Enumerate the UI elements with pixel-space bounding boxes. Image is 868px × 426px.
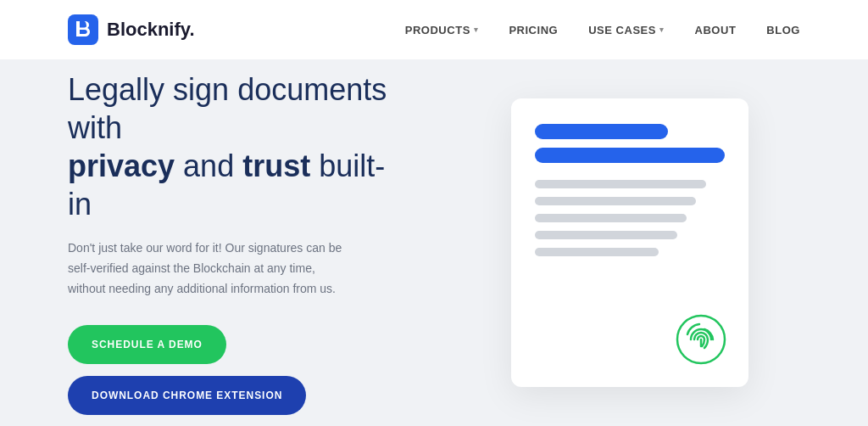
hero-title: Legally sign documents with privacy and … [68,70,409,223]
nav-link-pricing[interactable]: PRICING [509,24,558,36]
nav-item-use-cases[interactable]: USE CASES ▾ [588,24,664,36]
hero-illustration [459,98,800,387]
nav-link-use-cases[interactable]: USE CASES ▾ [588,24,664,36]
nav-item-about[interactable]: ABOUT [695,24,737,36]
nav-item-pricing[interactable]: PRICING [509,24,558,36]
download-chrome-button[interactable]: DOWNLOAD CHROME EXTENSION [68,376,306,415]
doc-bar-1 [535,124,668,139]
doc-line-5 [535,248,659,256]
logo[interactable]: Blocknify. [68,14,195,45]
document-card [511,98,748,387]
logo-text: Blocknify. [107,19,195,41]
hero-description: Don't just take our word for it! Our sig… [68,238,356,299]
nav-links: PRODUCTS ▾ PRICING USE CASES ▾ ABOUT BLO… [405,24,800,36]
chevron-down-icon: ▾ [474,25,479,34]
doc-line-4 [535,231,677,239]
nav-item-blog[interactable]: BLOG [766,24,800,36]
nav-item-products[interactable]: PRODUCTS ▾ [405,24,479,36]
chevron-down-icon-2: ▾ [659,25,665,34]
fingerprint-icon [674,312,728,367]
schedule-demo-button[interactable]: SCHEDULE A DEMO [68,325,226,364]
hero-section: Legally sign documents with privacy and … [0,59,868,426]
nav-link-products[interactable]: PRODUCTS ▾ [405,24,479,36]
doc-line-1 [535,180,706,188]
hero-content: Legally sign documents with privacy and … [68,70,409,414]
doc-line-3 [535,214,687,222]
doc-line-2 [535,197,696,205]
doc-bar-2 [535,148,725,163]
logo-icon [68,14,98,45]
navbar: Blocknify. PRODUCTS ▾ PRICING USE CASES … [0,0,868,59]
nav-link-blog[interactable]: BLOG [766,24,800,36]
nav-link-about[interactable]: ABOUT [695,24,737,36]
